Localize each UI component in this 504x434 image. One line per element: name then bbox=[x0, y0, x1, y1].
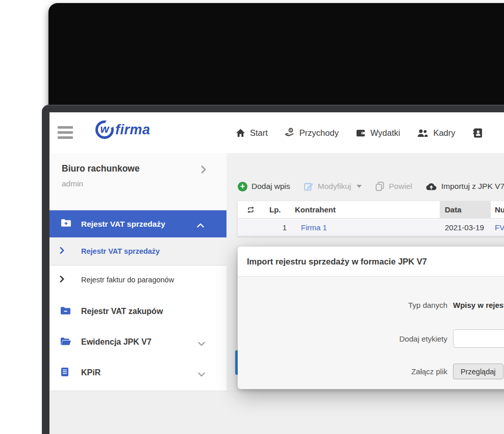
sidebar-item-label: KPiR bbox=[81, 368, 100, 377]
nav-item-start[interactable]: Start bbox=[236, 128, 268, 138]
add-entry-button[interactable]: + Dodaj wpis bbox=[238, 182, 290, 191]
caret-down-icon bbox=[357, 185, 362, 188]
sidebar-item-rejestr-vat-sprzedazy[interactable]: Rejestr VAT sprzedaży bbox=[49, 210, 226, 237]
main-nav: Start Przychody bbox=[236, 112, 483, 153]
address-book-icon bbox=[472, 128, 483, 138]
contractor-link[interactable]: Firma 1 bbox=[301, 223, 327, 232]
import-jpk-modal: Import rejestru sprzedaży w formacie JPK… bbox=[238, 247, 504, 389]
edit-icon bbox=[304, 181, 314, 191]
mockup-top-screen-edge bbox=[48, 3, 504, 107]
sidebar-item-label: Rejestr VAT zakupów bbox=[81, 307, 163, 316]
duplicate-button[interactable]: Powiel bbox=[375, 181, 412, 191]
sidebar-subitem-rejestr-vat-sprzedazy[interactable]: Rejestr VAT sprzedaży bbox=[49, 237, 226, 266]
column-header-lp[interactable]: Lp. bbox=[263, 201, 292, 218]
type-label: Typ danych bbox=[238, 301, 447, 309]
add-entry-label: Dodaj wpis bbox=[251, 182, 290, 191]
wallet-icon bbox=[356, 128, 366, 138]
nav-item-przychody[interactable]: Przychody bbox=[285, 128, 339, 138]
screenshot-canvas: w firma Start Przychody bbox=[0, 0, 504, 434]
row-lp: 1 bbox=[263, 219, 292, 236]
users-icon bbox=[417, 128, 429, 138]
modify-button[interactable]: Modyfikuj bbox=[304, 181, 362, 191]
plus-circle-icon: + bbox=[238, 182, 247, 191]
table-header-row: Lp. Kontrahent Data Numer bbox=[238, 201, 504, 219]
ledger-book-icon bbox=[60, 367, 69, 379]
sidebar-item-ewidencja-jpk[interactable]: Ewidencja JPK V7 bbox=[49, 329, 226, 355]
modify-label: Modyfikuj bbox=[318, 182, 351, 191]
hamburger-menu-icon[interactable] bbox=[58, 126, 73, 139]
import-jpk-button[interactable]: Importuj z JPK V7 bbox=[425, 182, 504, 191]
page-footer-area bbox=[49, 391, 504, 434]
nav-item-crm-partial[interactable] bbox=[472, 128, 483, 138]
nav-label: Kadry bbox=[433, 128, 455, 138]
hand-dollar-icon bbox=[285, 128, 295, 138]
sidebar-subitem-rejestr-faktur[interactable]: Rejestr faktur do paragonów bbox=[49, 266, 226, 294]
column-header-kontrahent[interactable]: Kontrahent bbox=[292, 201, 440, 218]
tags-label: Dodaj etykiety bbox=[238, 334, 447, 343]
repeat-column-header[interactable] bbox=[238, 201, 263, 218]
sidebar-item-rejestr-vat-zakupow[interactable]: Rejestr VAT zakupów bbox=[49, 298, 226, 325]
sidebar-item-label: Rejestr VAT sprzedaży bbox=[81, 220, 165, 229]
logo-firma-text: firma bbox=[115, 122, 150, 138]
chevron-right-icon bbox=[201, 165, 206, 176]
folder-open-icon bbox=[60, 337, 71, 348]
nav-item-wydatki[interactable]: Wydatki bbox=[356, 128, 400, 138]
sidebar-item-kpir[interactable]: KPiR bbox=[49, 359, 226, 386]
row-date: 2021-03-19 bbox=[440, 219, 491, 236]
modal-row-file: Załącz plik Przeglądaj bbox=[238, 364, 504, 379]
type-value: Wpisy w rejestrze sprzedaży bbox=[453, 301, 504, 309]
tags-input[interactable] bbox=[453, 329, 504, 348]
chevron-down-icon bbox=[198, 339, 205, 348]
file-label: Załącz plik bbox=[238, 367, 447, 376]
chevron-down-icon bbox=[198, 370, 205, 379]
nav-item-kadry[interactable]: Kadry bbox=[417, 128, 455, 138]
modal-title: Import rejestru sprzedaży w formacie JPK… bbox=[247, 257, 427, 267]
toolbar: + Dodaj wpis Modyfikuj Powi bbox=[238, 178, 504, 195]
copy-icon bbox=[375, 181, 385, 191]
logo-circle: w bbox=[95, 120, 114, 139]
nav-label: Wydatki bbox=[370, 128, 400, 138]
app-window: w firma Start Przychody bbox=[49, 112, 504, 434]
column-header-data[interactable]: Data bbox=[440, 201, 491, 218]
home-icon bbox=[236, 128, 245, 138]
browse-button[interactable]: Przeglądaj bbox=[453, 364, 503, 379]
import-jpk-label: Importuj z JPK V7 bbox=[441, 182, 504, 191]
modal-header: Import rejestru sprzedaży w formacie JPK… bbox=[238, 247, 504, 277]
sidebar: Biuro rachunkowe admin Rejestr VAT sprze… bbox=[49, 153, 226, 396]
chevron-right-icon bbox=[60, 275, 64, 284]
chevron-up-icon bbox=[197, 221, 204, 230]
chevron-right-icon bbox=[60, 247, 64, 256]
account-name: Biuro rachunkowe bbox=[62, 163, 214, 174]
sidebar-subitem-label: Rejestr faktur do paragonów bbox=[81, 276, 174, 284]
folder-plus-icon bbox=[61, 219, 71, 229]
account-switcher[interactable]: Biuro rachunkowe admin bbox=[49, 153, 226, 210]
account-user: admin bbox=[62, 179, 214, 188]
sidebar-subitem-label: Rejestr VAT sprzedaży bbox=[81, 247, 160, 255]
column-header-numer[interactable]: Numer bbox=[491, 201, 504, 218]
modal-row-type: Typ danych Wpisy w rejestrze sprzedaży bbox=[238, 301, 504, 309]
table-row[interactable]: 1 Firma 1 2021-03-19 FV 1/2021 bbox=[238, 219, 504, 236]
nav-label: Start bbox=[250, 128, 268, 138]
folder-minus-icon bbox=[60, 306, 71, 317]
row-select-cell[interactable] bbox=[238, 219, 263, 236]
invoice-number-link[interactable]: FV 1/2021 bbox=[495, 223, 504, 232]
nav-label: Przychody bbox=[299, 128, 339, 138]
cloud-upload-icon bbox=[425, 182, 437, 191]
sidebar-item-label: Ewidencja JPK V7 bbox=[81, 337, 152, 347]
entries-table: Lp. Kontrahent Data Numer 1 Firma 1 2021… bbox=[238, 201, 504, 236]
top-bar: w firma Start Przychody bbox=[49, 112, 504, 153]
repeat-icon bbox=[246, 206, 256, 214]
wfirma-logo[interactable]: w firma bbox=[95, 120, 150, 139]
modal-row-tags: Dodaj etykiety bbox=[238, 329, 504, 348]
duplicate-label: Powiel bbox=[389, 182, 412, 191]
